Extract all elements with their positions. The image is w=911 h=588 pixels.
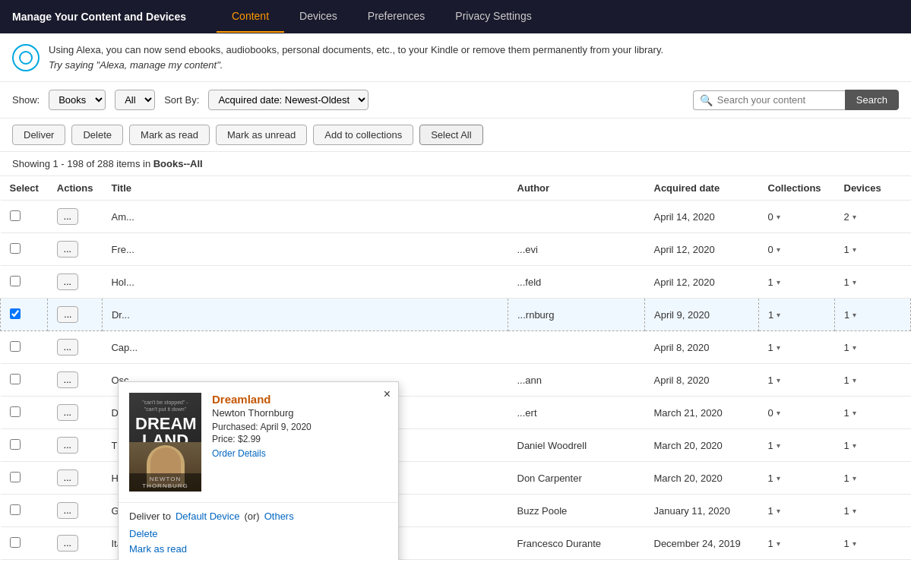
row-devices[interactable]: 1 ▾ bbox=[844, 277, 856, 288]
row-checkbox[interactable] bbox=[10, 210, 21, 221]
sort-select[interactable]: Acquired date: Newest-Oldest bbox=[208, 90, 369, 110]
search-input[interactable] bbox=[717, 94, 839, 106]
select-all-button[interactable]: Select All bbox=[419, 125, 482, 145]
col-devices: Devices bbox=[835, 176, 911, 201]
row-date: April 9, 2020 bbox=[645, 299, 759, 331]
row-checkbox[interactable] bbox=[10, 341, 21, 352]
row-devices[interactable]: 2 ▾ bbox=[844, 211, 856, 223]
row-devices[interactable]: 1 ▾ bbox=[844, 505, 856, 517]
row-collections[interactable]: 1 ▾ bbox=[768, 538, 780, 549]
show-select[interactable]: Books bbox=[49, 90, 106, 110]
row-devices[interactable]: 1 ▾ bbox=[844, 440, 856, 451]
row-actions-button[interactable]: ... bbox=[57, 371, 78, 388]
row-devices[interactable]: 1 ▾ bbox=[844, 473, 856, 484]
popup-book-title: Dreamland bbox=[212, 393, 387, 406]
table-row: ... Am... April 14, 2020 0 ▾ 2 ▾ bbox=[1, 201, 911, 233]
row-checkbox[interactable] bbox=[10, 537, 21, 548]
row-date: January 11, 2020 bbox=[645, 495, 759, 527]
deliver-button[interactable]: Deliver bbox=[12, 125, 65, 145]
row-collections[interactable]: 0 ▾ bbox=[768, 407, 780, 419]
row-date: April 12, 2020 bbox=[645, 266, 759, 299]
search-button[interactable]: Search bbox=[845, 90, 899, 110]
default-device-link[interactable]: Default Device bbox=[176, 511, 240, 522]
row-checkbox[interactable] bbox=[10, 374, 21, 384]
row-collections[interactable]: 1 ▾ bbox=[768, 473, 780, 484]
popup-download-transfer-link[interactable]: Download & transfer via USB bbox=[129, 558, 387, 560]
row-actions-button[interactable]: ... bbox=[57, 241, 78, 258]
row-devices[interactable]: 1 ▾ bbox=[844, 407, 856, 419]
row-date: April 8, 2020 bbox=[645, 331, 759, 364]
row-devices[interactable]: 1 ▾ bbox=[844, 342, 856, 353]
showing-info: Showing 1 - 198 of 288 items in Books--A… bbox=[0, 152, 911, 176]
deliver-to-label: Deliver to bbox=[129, 511, 171, 522]
row-collections[interactable]: 0 ▾ bbox=[768, 211, 780, 223]
row-collections[interactable]: 1 ▾ bbox=[768, 277, 780, 288]
popup-close-button[interactable]: × bbox=[384, 388, 391, 400]
row-collections[interactable]: 1 ▾ bbox=[768, 505, 780, 517]
row-checkbox[interactable] bbox=[10, 276, 21, 286]
row-actions-button[interactable]: ... bbox=[57, 502, 78, 519]
alexa-banner: Using Alexa, you can now send ebooks, au… bbox=[0, 33, 911, 82]
row-devices[interactable]: 1 ▾ bbox=[844, 309, 856, 321]
row-date: April 12, 2020 bbox=[645, 233, 759, 266]
row-date: December 24, 2019 bbox=[645, 527, 759, 560]
search-area: 🔍 Search bbox=[693, 90, 899, 110]
controls-row: Show: Books All Sort By: Acquired date: … bbox=[0, 82, 911, 119]
row-devices[interactable]: 1 ▾ bbox=[844, 375, 856, 386]
row-collections[interactable]: 1 ▾ bbox=[768, 309, 780, 321]
tab-content[interactable]: Content bbox=[217, 1, 284, 33]
row-actions-button[interactable]: ... bbox=[57, 437, 78, 454]
sort-label: Sort By: bbox=[164, 94, 199, 106]
row-actions-button[interactable]: ... bbox=[57, 404, 78, 421]
popup-price: Price: $2.99 bbox=[212, 434, 387, 444]
row-date: March 20, 2020 bbox=[645, 462, 759, 495]
row-checkbox[interactable] bbox=[10, 308, 21, 319]
tab-privacy-settings[interactable]: Privacy Settings bbox=[440, 1, 546, 33]
row-date: April 8, 2020 bbox=[645, 364, 759, 397]
col-collections: Collections bbox=[759, 176, 835, 201]
row-actions-button[interactable]: ... bbox=[57, 273, 78, 290]
delete-button[interactable]: Delete bbox=[71, 125, 123, 145]
action-row: Deliver Delete Mark as read Mark as unre… bbox=[0, 119, 911, 152]
row-author: ...ann bbox=[508, 364, 645, 397]
row-devices[interactable]: 1 ▾ bbox=[844, 244, 856, 255]
row-checkbox[interactable] bbox=[10, 439, 21, 450]
row-collections[interactable]: 1 ▾ bbox=[768, 440, 780, 451]
popup-content-area: "can't be stopped" - "can't put it down"… bbox=[119, 382, 398, 502]
order-details-link[interactable]: Order Details bbox=[212, 448, 266, 459]
mark-as-read-button[interactable]: Mark as read bbox=[129, 125, 210, 145]
alexa-icon bbox=[12, 44, 40, 71]
row-collections[interactable]: 1 ▾ bbox=[768, 375, 780, 386]
popup-mark-as-read-link[interactable]: Mark as read bbox=[129, 543, 387, 555]
row-devices[interactable]: 1 ▾ bbox=[844, 538, 856, 549]
row-checkbox[interactable] bbox=[10, 472, 21, 482]
row-actions-button[interactable]: ... bbox=[57, 306, 78, 323]
table-row-selected: ... Dr... ...rnburg April 9, 2020 1 ▾ 1 … bbox=[1, 299, 911, 331]
row-title: Cap... bbox=[111, 342, 138, 353]
row-actions-button[interactable]: ... bbox=[57, 208, 78, 225]
mark-as-unread-button[interactable]: Mark as unread bbox=[216, 125, 307, 145]
page-title: Manage Your Content and Devices bbox=[12, 11, 186, 23]
row-author: ...rnburg bbox=[508, 299, 645, 331]
row-date: March 21, 2020 bbox=[645, 397, 759, 429]
row-author: Don Carpenter bbox=[508, 462, 645, 495]
tab-devices[interactable]: Devices bbox=[284, 1, 353, 33]
alexa-suggestion: Try saying "Alexa, manage my content". bbox=[49, 59, 223, 71]
others-link[interactable]: Others bbox=[264, 511, 294, 522]
filter-select[interactable]: All bbox=[115, 90, 155, 110]
popup-actions: Deliver to Default Device (or) Others De… bbox=[119, 502, 398, 560]
row-checkbox[interactable] bbox=[10, 243, 21, 254]
main-nav-tabs: Content Devices Preferences Privacy Sett… bbox=[217, 1, 547, 33]
popup-delete-link[interactable]: Delete bbox=[129, 528, 387, 539]
row-collections[interactable]: 1 ▾ bbox=[768, 342, 780, 353]
row-checkbox[interactable] bbox=[10, 406, 21, 417]
add-to-collections-button[interactable]: Add to collections bbox=[313, 125, 413, 145]
row-collections[interactable]: 0 ▾ bbox=[768, 244, 780, 255]
alexa-banner-text: Using Alexa, you can now send ebooks, au… bbox=[49, 43, 663, 72]
row-actions-button[interactable]: ... bbox=[57, 339, 78, 356]
row-actions-button[interactable]: ... bbox=[57, 469, 78, 486]
row-author: Buzz Poole bbox=[508, 495, 645, 527]
tab-preferences[interactable]: Preferences bbox=[353, 1, 440, 33]
row-checkbox[interactable] bbox=[10, 504, 21, 515]
row-actions-button[interactable]: ... bbox=[57, 535, 78, 552]
